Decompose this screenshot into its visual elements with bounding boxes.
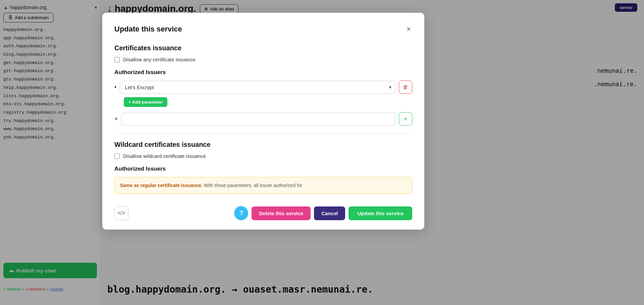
modal-header: Update this service × bbox=[114, 23, 412, 35]
update-service-button[interactable]: Update this service bbox=[348, 206, 412, 220]
disallow-cert-checkbox[interactable] bbox=[114, 57, 120, 62]
authorized-issuers-title: Authorized Issuers bbox=[114, 69, 412, 76]
code-icon: </> bbox=[117, 210, 125, 216]
help-icon: ? bbox=[239, 210, 243, 217]
info-box: Same as regular certificate issuance. Wi… bbox=[114, 177, 412, 194]
code-button[interactable]: </> bbox=[114, 206, 128, 220]
update-service-modal: Update this service × Certificates issua… bbox=[102, 13, 424, 230]
delete-service-button[interactable]: Delete this service bbox=[252, 206, 311, 220]
issuer-select[interactable]: Let's Encrypt DigiCert Comodo GlobalSign bbox=[120, 81, 395, 94]
add-issuer-button[interactable]: + bbox=[399, 112, 412, 126]
certificates-section: Certificates issuance Disallow any certi… bbox=[114, 44, 412, 62]
cancel-button[interactable]: Cancel bbox=[314, 206, 345, 220]
issuer-select-wrapper: Let's Encrypt DigiCert Comodo GlobalSign… bbox=[120, 81, 395, 94]
disallow-cert-row: Disallow any certificate issuance bbox=[114, 57, 412, 62]
wildcard-section: Wildcard certificates issuance Disallow … bbox=[114, 141, 412, 194]
wildcard-issuers-title: Authorized Issuers bbox=[114, 166, 412, 172]
info-bold-text: Same as regular certificate issuance. bbox=[120, 183, 203, 188]
certificates-section-title: Certificates issuance bbox=[114, 44, 412, 52]
delete-issuer-button[interactable]: 🗑 bbox=[399, 80, 412, 94]
modal-title: Update this service bbox=[114, 25, 182, 34]
trash-icon: 🗑 bbox=[403, 84, 408, 90]
disallow-wildcard-checkbox[interactable] bbox=[114, 154, 120, 159]
bullet-icon: • bbox=[114, 84, 116, 91]
new-issuer-input[interactable] bbox=[121, 113, 395, 126]
disallow-cert-label: Disallow any certificate issuance bbox=[123, 57, 196, 62]
section-divider bbox=[114, 134, 412, 134]
disallow-wildcard-row: Disallow wildcard certificate issuance bbox=[114, 153, 412, 159]
info-regular-text: With those parameters, all issuer author… bbox=[204, 183, 302, 188]
add-parameter-button[interactable]: + Add parameter bbox=[124, 97, 167, 107]
issuer-row: • Let's Encrypt DigiCert Comodo GlobalSi… bbox=[114, 80, 412, 94]
plus-icon: + bbox=[404, 115, 408, 123]
authorized-issuers-section: Authorized Issuers • Let's Encrypt DigiC… bbox=[114, 69, 412, 126]
new-issuer-row: + + bbox=[114, 112, 412, 126]
close-button[interactable]: × bbox=[405, 23, 412, 35]
disallow-wildcard-label: Disallow wildcard certificate issuance bbox=[123, 153, 206, 159]
wildcard-section-title: Wildcard certificates issuance bbox=[114, 141, 412, 148]
footer-right: ? Delete this service Cancel Update this… bbox=[234, 206, 412, 220]
help-button[interactable]: ? bbox=[234, 206, 248, 220]
modal-footer: </> ? Delete this service Cancel Update … bbox=[114, 202, 412, 220]
plus-label-icon: + bbox=[114, 116, 118, 123]
